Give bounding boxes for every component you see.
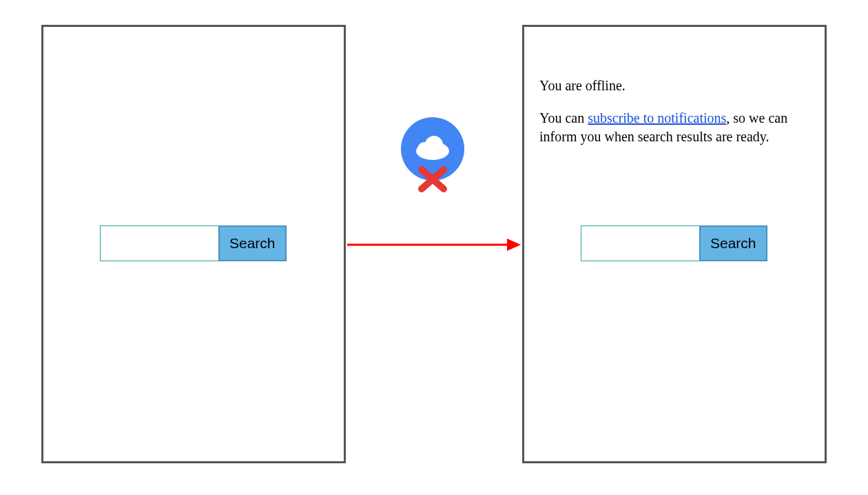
search-input[interactable]: [100, 225, 218, 261]
offline-status-text: You are offline.: [539, 77, 809, 95]
svg-point-6: [435, 143, 447, 156]
offline-instruction-text: You can subscribe to notifications, so w…: [539, 109, 809, 146]
notify-prefix: You can: [539, 110, 588, 125]
search-form-right: Search: [581, 225, 767, 261]
after-panel: You are offline. You can subscribe to no…: [522, 25, 827, 463]
subscribe-notifications-link[interactable]: subscribe to notifications: [588, 110, 726, 125]
arrow-right-icon: [347, 236, 521, 253]
before-panel: Search: [41, 25, 346, 463]
search-input[interactable]: [581, 225, 699, 261]
search-button[interactable]: Search: [218, 225, 287, 261]
svg-marker-1: [507, 239, 521, 251]
search-form-left: Search: [100, 225, 287, 261]
search-button[interactable]: Search: [699, 225, 767, 261]
offline-message: You are offline. You can subscribe to no…: [539, 77, 809, 160]
cloud-offline-icon: [401, 117, 464, 193]
